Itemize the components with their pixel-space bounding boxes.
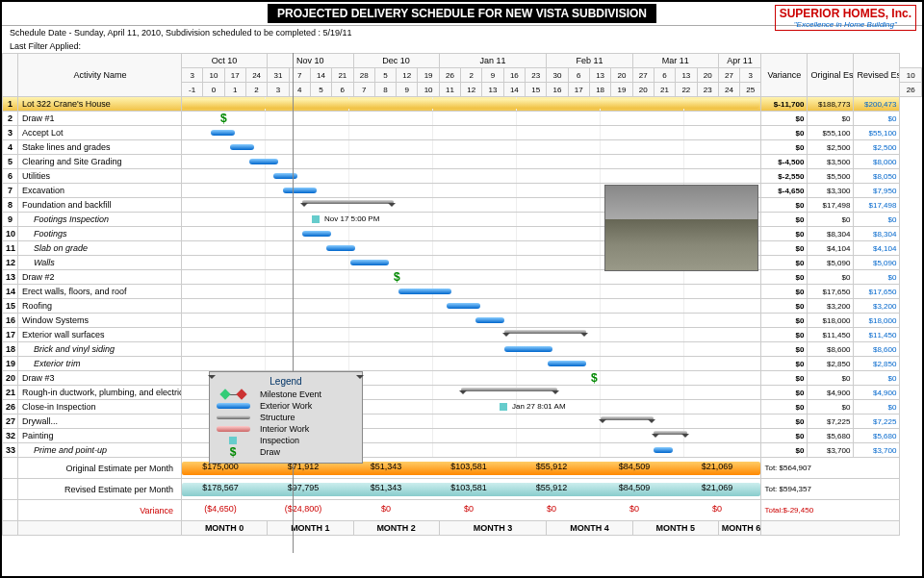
gantt-bar[interactable] [447,303,480,309]
task-row[interactable]: 6Utilities$-2,550$5,500$8,050 [3,169,922,184]
timeline-cell[interactable] [182,97,761,112]
activity-name: Window Systems [18,314,182,328]
task-row[interactable]: 33Prime and point-up$0$3,700$3,700 [3,443,922,458]
activity-name: Drywall... [18,415,182,429]
col-revised[interactable]: Revised Estimate [854,54,900,97]
summary-row: Revised Estimate per Month$178,567$97,79… [3,479,922,500]
insp-marker[interactable] [312,215,320,223]
task-row[interactable]: 11Slab on grade$0$4,104$4,104 [3,241,922,256]
gantt-bar[interactable] [249,159,278,164]
timeline-cell[interactable] [182,285,761,299]
gantt-bar[interactable] [548,361,586,366]
task-row[interactable]: 1Lot 322 Crane's House$-11,700$188,773$2… [3,97,922,112]
task-row[interactable]: 21Rough-in ductwork, plumbing, and elect… [3,386,922,400]
timeline-cell[interactable] [182,357,761,371]
gantt-bar[interactable] [475,317,504,323]
gantt-bar[interactable] [182,99,759,109]
activity-name: Prime and point-up [18,443,182,458]
task-row[interactable]: 27Drywall...$0$7,225$7,225 [3,415,922,429]
dollar-marker[interactable]: $ [220,112,227,125]
task-row[interactable]: 3Accept Lot$0$55,100$55,100 [3,126,922,140]
task-row[interactable]: 7Excavation$-4,650$3,300$7,950 [3,184,922,198]
task-row[interactable]: 16Window Systems$0$18,000$18,000 [3,314,922,328]
gantt-bar[interactable] [230,144,254,150]
gantt-bar[interactable] [504,346,552,352]
task-row[interactable]: 12Walls$0$5,090$5,090 [3,256,922,270]
activity-name: Utilities [18,169,182,184]
task-row[interactable]: 2Draw #1$$0$0$0 [3,112,922,126]
activity-name: Erect walls, floors, and roof [18,285,182,299]
activity-name: Rough-in ductwork, plumbing, and electri… [18,386,182,400]
task-row[interactable]: 17Exterior wall surfaces$0$11,450$11,450 [3,328,922,342]
activity-name: Excavation [18,184,182,198]
timeline-cell[interactable] [182,126,761,140]
gantt-bar[interactable] [302,231,331,237]
task-row[interactable]: 32Painting$0$5,680$5,680 [3,429,922,443]
activity-name: Exterior trim [18,357,182,371]
task-row[interactable]: 9Footings InspectionNov 17 5:00 PM$0$0$0 [3,213,922,227]
timeline-cell[interactable] [182,328,761,342]
dollar-marker[interactable]: $ [394,270,400,284]
gantt-bar[interactable] [654,431,687,435]
activity-name: Lot 322 Crane's House [18,97,182,112]
gantt-bar[interactable] [211,130,235,136]
gantt-grid: Activity Name Oct 10 Nov 10 Dec 10 Jan 1… [2,53,922,553]
activity-name: Roofing [18,299,182,314]
activity-name: Exterior wall surfaces [18,328,182,342]
task-row[interactable]: 10Footings$0$8,304$8,304 [3,227,922,241]
last-filter: Last Filter Applied: [2,39,922,53]
gantt-bar[interactable] [273,173,297,179]
task-row[interactable]: 26Close-in InspectionJan 27 8:01 AM$0$0$… [3,400,922,415]
legend-box[interactable]: Legend —Milestone Event Exterior Work St… [209,371,363,464]
date-note: Jan 27 8:01 AM [512,402,566,411]
house-photo [604,185,758,271]
task-row[interactable]: 13Draw #2$$0$0$0 [3,270,922,285]
timeline-cell[interactable]: $ [182,270,761,285]
timeline-cell[interactable] [182,140,761,155]
activity-name: Brick and vinyl siding [18,342,182,357]
month-header-row: Activity Name Oct 10 Nov 10 Dec 10 Jan 1… [3,54,922,68]
month-footer: MONTH 0MONTH 1MONTH 2MONTH 3MONTH 4MONTH… [3,521,922,536]
timeline-cell[interactable] [182,342,761,357]
timeline-cell[interactable] [182,169,761,184]
activity-name: Walls [18,256,182,270]
today-line [293,53,294,553]
activity-name: Close-in Inspection [18,400,182,415]
gantt-bar[interactable] [326,245,355,251]
insp-marker[interactable] [500,403,507,411]
summary-row: Original Estimate per Month$175,000$71,9… [3,458,922,479]
task-row[interactable]: 18Brick and vinyl siding$0$8,600$8,600 [3,342,922,357]
gantt-bar[interactable] [398,289,451,294]
dollar-marker[interactable]: $ [591,371,598,385]
activity-name: Footings [18,227,182,241]
timeline-cell[interactable]: $ [182,112,761,126]
task-row[interactable]: 14Erect walls, floors, and roof$0$17,650… [3,285,922,299]
gantt-bar[interactable] [461,388,557,391]
task-row[interactable]: 19Exterior trim$0$2,850$2,850 [3,357,922,371]
gantt-bar[interactable] [504,330,586,334]
task-row[interactable]: 4Stake lines and grades$0$2,500$2,500 [3,140,922,155]
task-row[interactable]: 15Roofing$0$3,200$3,200 [3,299,922,314]
activity-name: Foundation and backfill [18,198,182,213]
col-original[interactable]: Original Estimate [808,54,854,97]
timeline-cell[interactable] [182,314,761,328]
col-variance[interactable]: Variance [761,54,808,97]
company-box: SUPERIOR HOMES, Inc. "Excellence in Home… [775,5,916,31]
timeline-cell[interactable] [182,299,761,314]
activity-name: Draw #3 [18,371,182,386]
col-activity[interactable]: Activity Name [18,54,182,97]
timeline-cell[interactable] [182,155,761,169]
gantt-bar[interactable] [654,447,673,453]
task-row[interactable]: 8Foundation and backfill$0$17,498$17,498 [3,198,922,213]
gantt-bar[interactable] [601,416,654,420]
task-row[interactable]: 20Draw #3$$0$0$0 [3,371,922,386]
activity-name: Painting [18,429,182,443]
gantt-table: Activity Name Oct 10 Nov 10 Dec 10 Jan 1… [2,53,922,536]
activity-name: Clearing and Site Grading [18,155,182,169]
task-row[interactable]: 5Clearing and Site Grading$-4,500$3,500$… [3,155,922,169]
gantt-bar[interactable] [350,260,389,265]
activity-name: Draw #1 [18,112,182,126]
gantt-bar[interactable] [302,200,394,204]
activity-name: Accept Lot [18,126,182,140]
gantt-bar[interactable] [283,188,317,193]
